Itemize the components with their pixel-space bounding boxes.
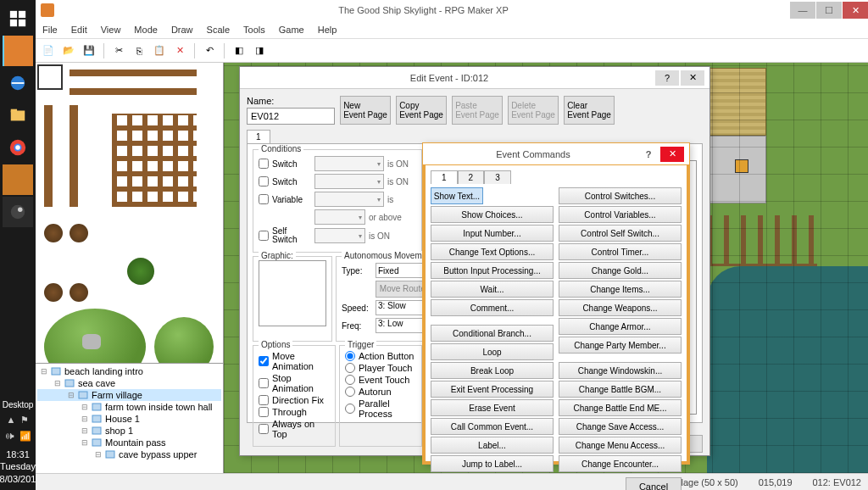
taskbar-app-explorer[interactable] bbox=[3, 100, 33, 131]
event-name-input[interactable] bbox=[247, 108, 335, 125]
copy-icon[interactable]: ⎘ bbox=[130, 42, 148, 60]
cmd-button[interactable]: Control Timer... bbox=[559, 243, 682, 260]
cut-icon[interactable]: ✂ bbox=[109, 42, 128, 60]
tileset-panel[interactable] bbox=[36, 63, 223, 363]
evcmd-tab-3[interactable]: 3 bbox=[484, 170, 511, 184]
tree-item[interactable]: ⊟farm town inside town hall bbox=[37, 401, 221, 413]
help-icon[interactable]: ? bbox=[655, 70, 679, 86]
evcmd-tab-2[interactable]: 2 bbox=[458, 170, 485, 184]
menu-mode[interactable]: Mode bbox=[134, 25, 158, 35]
cmd-button[interactable]: Change Party Member... bbox=[559, 337, 682, 354]
cond-selfswitch-check[interactable] bbox=[259, 231, 269, 241]
open-icon[interactable]: 📂 bbox=[59, 42, 78, 60]
menu-tools[interactable]: Tools bbox=[243, 25, 265, 35]
cmd-button[interactable]: Exit Event Processing bbox=[431, 381, 554, 398]
dialog-close-icon[interactable]: ✕ bbox=[681, 70, 704, 86]
cmd-button[interactable]: Change Windowskin... bbox=[559, 362, 682, 379]
event-page-tab-1[interactable]: 1 bbox=[247, 130, 270, 143]
menu-game[interactable]: Game bbox=[279, 25, 304, 35]
cond-switch1-check[interactable] bbox=[259, 159, 269, 169]
cmd-button[interactable]: Comment... bbox=[431, 299, 554, 316]
clear-event-page-button[interactable]: Clear Event Page bbox=[564, 96, 615, 125]
cmd-button[interactable]: Change Battle BGM... bbox=[559, 381, 682, 398]
cmd-button[interactable]: Change Menu Access... bbox=[559, 437, 682, 454]
copy-event-page-button[interactable]: Copy Event Page bbox=[396, 96, 447, 125]
tree-item[interactable]: ⊟Mountain pass bbox=[37, 437, 221, 448]
cmd-button[interactable]: Input Number... bbox=[431, 225, 554, 242]
tree-item[interactable]: ⊟Farm village bbox=[37, 389, 221, 401]
opt-always-top[interactable] bbox=[259, 424, 269, 434]
menu-file[interactable]: File bbox=[42, 25, 58, 35]
opt-through[interactable] bbox=[259, 407, 269, 417]
cmd-button[interactable]: Label... bbox=[431, 437, 554, 454]
amove-type-select[interactable]: Fixed bbox=[376, 263, 428, 278]
desktop-label[interactable]: Desktop bbox=[3, 398, 34, 411]
cond-variable-check[interactable] bbox=[259, 194, 269, 204]
new-event-page-button[interactable]: New Event Page bbox=[340, 96, 391, 125]
close-icon[interactable]: ✕ bbox=[660, 147, 684, 162]
cmd-button[interactable]: Button Input Processing... bbox=[431, 262, 554, 279]
menu-edit[interactable]: Edit bbox=[71, 25, 87, 35]
undo-icon[interactable]: ↶ bbox=[200, 42, 219, 60]
cmd-button[interactable]: Wait... bbox=[431, 281, 554, 298]
cmd-button[interactable]: Change Encounter... bbox=[559, 455, 682, 472]
tray-icons[interactable]: ▲⚑ bbox=[7, 413, 30, 427]
paste-icon[interactable]: 📋 bbox=[150, 42, 169, 60]
paste-event-page-button[interactable]: Paste Event Page bbox=[452, 96, 503, 125]
layer1-icon[interactable]: ◧ bbox=[230, 42, 248, 60]
trg-player[interactable] bbox=[345, 363, 355, 373]
cmd-button[interactable]: Change Battle End ME... bbox=[559, 399, 682, 416]
cond-switch1-dd[interactable] bbox=[314, 156, 384, 171]
cmd-button[interactable]: Control Switches... bbox=[559, 187, 682, 204]
taskbar-app-rpgmaker[interactable] bbox=[3, 36, 33, 66]
cmd-button[interactable]: Loop bbox=[431, 343, 554, 360]
cmd-button[interactable]: Control Self Switch... bbox=[559, 225, 682, 242]
layer2-icon[interactable]: ◨ bbox=[250, 42, 269, 60]
cmd-button[interactable]: Show Text... bbox=[431, 187, 483, 204]
cmd-button[interactable]: Jump to Label... bbox=[431, 455, 554, 472]
evcmd-cancel-button[interactable]: Cancel bbox=[626, 477, 682, 490]
close-button[interactable]: ✕ bbox=[843, 2, 868, 19]
cmd-button[interactable]: Show Choices... bbox=[431, 206, 554, 223]
tree-item[interactable]: ⊟House 1 bbox=[37, 413, 221, 425]
menu-view[interactable]: View bbox=[101, 25, 121, 35]
evcmd-tab-1[interactable]: 1 bbox=[431, 170, 458, 184]
tree-item[interactable]: ⊟cave bypass upper bbox=[37, 448, 221, 460]
tile-selection[interactable] bbox=[37, 64, 63, 90]
help-icon[interactable]: ? bbox=[638, 149, 659, 159]
trg-parallel[interactable] bbox=[345, 404, 355, 414]
menu-help[interactable]: Help bbox=[318, 25, 337, 35]
tray-icons-2[interactable]: 🕪📶 bbox=[5, 429, 31, 443]
taskbar-app-steam[interactable] bbox=[3, 197, 33, 227]
delete-event-page-button[interactable]: Delete Event Page bbox=[508, 96, 559, 125]
start-button[interactable] bbox=[3, 3, 33, 34]
cmd-button[interactable]: Change Items... bbox=[559, 281, 682, 298]
trg-event[interactable] bbox=[345, 375, 355, 385]
cmd-button[interactable]: Change Save Access... bbox=[559, 418, 682, 435]
amove-freq-select[interactable]: 3: Low bbox=[376, 318, 428, 333]
opt-move-anim[interactable] bbox=[259, 356, 269, 366]
cond-variable-val[interactable] bbox=[314, 209, 365, 225]
tree-item[interactable]: ⊟shop 1 bbox=[37, 425, 221, 437]
tree-item[interactable]: ⊟beach landing intro bbox=[37, 365, 221, 377]
cmd-button[interactable]: Change Gold... bbox=[559, 262, 682, 279]
cmd-button[interactable]: Conditional Branch... bbox=[431, 325, 554, 342]
amove-speed-select[interactable]: 3: Slow bbox=[376, 300, 428, 315]
cond-variable-dd[interactable] bbox=[314, 192, 384, 207]
maximize-button[interactable]: ☐ bbox=[816, 2, 842, 19]
graphic-box[interactable] bbox=[259, 260, 326, 326]
cond-selfswitch-dd[interactable] bbox=[314, 228, 365, 243]
cmd-button[interactable]: Break Loop bbox=[431, 362, 554, 379]
minimize-button[interactable]: — bbox=[790, 2, 815, 19]
opt-stop-anim[interactable] bbox=[259, 378, 269, 388]
save-icon[interactable]: 💾 bbox=[80, 42, 98, 60]
cmd-button[interactable]: Change Armor... bbox=[559, 318, 682, 335]
map-tree[interactable]: ⊟beach landing intro⊟sea cave⊟Farm villa… bbox=[36, 363, 223, 473]
cmd-button[interactable]: Change Weapons... bbox=[559, 299, 682, 316]
taskbar-app-game[interactable] bbox=[3, 164, 33, 195]
trg-action[interactable] bbox=[345, 351, 355, 361]
cmd-button[interactable]: Control Variables... bbox=[559, 206, 682, 223]
menu-scale[interactable]: Scale bbox=[207, 25, 231, 35]
cmd-button[interactable]: Call Common Event... bbox=[431, 418, 554, 435]
delete-icon[interactable]: ✕ bbox=[170, 42, 189, 60]
